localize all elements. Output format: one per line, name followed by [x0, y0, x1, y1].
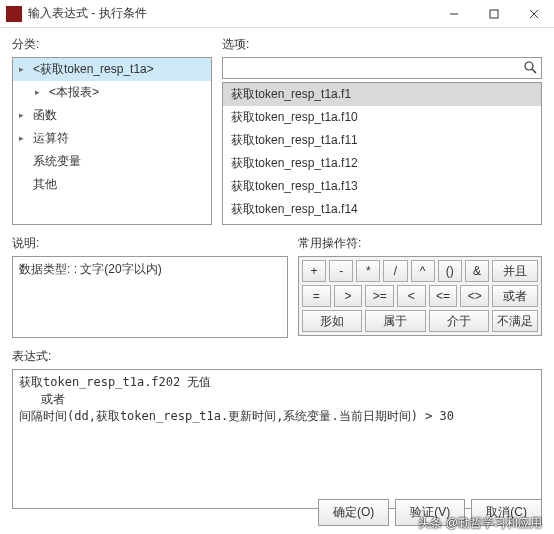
category-tree[interactable]: ▸<获取token_resp_t1a>▸<本报表>▸函数▸运算符系统变量其他 [12, 57, 212, 225]
titlebar: 输入表达式 - 执行条件 [0, 0, 554, 28]
list-item[interactable]: 获取token_resp_t1a.f12 [223, 152, 541, 175]
search-box[interactable] [222, 57, 542, 79]
tree-item-label: 系统变量 [33, 154, 81, 168]
op-button[interactable]: ^ [411, 260, 435, 282]
list-item[interactable]: 获取token_resp_t1a.f14 [223, 198, 541, 221]
list-item[interactable]: 获取token_resp_t1a.f11 [223, 129, 541, 152]
op-button[interactable]: <> [460, 285, 489, 307]
window-title: 输入表达式 - 执行条件 [28, 5, 434, 22]
close-button[interactable] [514, 0, 554, 28]
list-item[interactable]: 获取token_resp_t1a.f13 [223, 175, 541, 198]
expand-icon[interactable]: ▸ [19, 110, 24, 120]
op-button[interactable]: < [397, 285, 426, 307]
cancel-button[interactable]: 取消(C) [471, 499, 542, 526]
op-button[interactable]: 并且 [492, 260, 538, 282]
expand-icon[interactable]: ▸ [19, 133, 24, 143]
svg-rect-1 [490, 10, 498, 18]
maximize-button[interactable] [474, 0, 514, 28]
tree-item[interactable]: ▸<本报表> [13, 81, 211, 104]
expr-box[interactable]: 获取token_resp_t1a.f202 无值 或者 间隔时间(dd,获取to… [12, 369, 542, 509]
expand-icon[interactable]: ▸ [19, 64, 24, 74]
options-label: 选项: [222, 36, 542, 53]
op-button[interactable]: 属于 [365, 310, 425, 332]
op-button[interactable]: / [383, 260, 407, 282]
list-item[interactable]: 获取token_resp_t1a.f10 [223, 106, 541, 129]
verify-button[interactable]: 验证(V) [395, 499, 465, 526]
desc-label: 说明: [12, 235, 288, 252]
app-icon [6, 6, 22, 22]
op-button[interactable]: >= [365, 285, 394, 307]
op-button[interactable]: <= [429, 285, 458, 307]
svg-line-5 [532, 69, 536, 73]
op-button[interactable]: 或者 [492, 285, 538, 307]
list-item[interactable]: 获取token_resp_t1a.f1 [223, 83, 541, 106]
op-button[interactable]: * [356, 260, 380, 282]
tree-item[interactable]: ▸函数 [13, 104, 211, 127]
ops-grid: +-*/^()&并且 =>>=<<=<>或者 形如属于介于不满足 [298, 256, 542, 336]
category-label: 分类: [12, 36, 212, 53]
svg-point-4 [525, 62, 533, 70]
expand-icon[interactable]: ▸ [35, 87, 40, 97]
tree-item-label: 运算符 [33, 131, 69, 145]
op-button[interactable]: 形如 [302, 310, 362, 332]
options-list[interactable]: 获取token_resp_t1a.f1获取token_resp_t1a.f10获… [222, 82, 542, 225]
op-button[interactable]: & [465, 260, 489, 282]
tree-item[interactable]: 系统变量 [13, 150, 211, 173]
op-button[interactable]: () [438, 260, 462, 282]
tree-item-label: 其他 [33, 177, 57, 191]
search-icon[interactable] [519, 60, 541, 77]
op-button[interactable]: > [334, 285, 363, 307]
ops-label: 常用操作符: [298, 235, 542, 252]
desc-box: 数据类型: : 文字(20字以内) [12, 256, 288, 338]
ok-button[interactable]: 确定(O) [318, 499, 389, 526]
op-button[interactable]: 介于 [429, 310, 489, 332]
tree-item-label: <本报表> [49, 85, 99, 99]
tree-item[interactable]: ▸运算符 [13, 127, 211, 150]
tree-item-label: 函数 [33, 108, 57, 122]
op-button[interactable]: 不满足 [492, 310, 538, 332]
tree-item-label: <获取token_resp_t1a> [33, 62, 154, 76]
op-button[interactable]: + [302, 260, 326, 282]
search-input[interactable] [223, 61, 519, 75]
op-button[interactable]: = [302, 285, 331, 307]
expr-label: 表达式: [12, 348, 542, 365]
minimize-button[interactable] [434, 0, 474, 28]
list-item[interactable]: 获取token_resp_t1a.f15 [223, 221, 541, 225]
tree-item[interactable]: ▸<获取token_resp_t1a> [13, 58, 211, 81]
op-button[interactable]: - [329, 260, 353, 282]
tree-item[interactable]: 其他 [13, 173, 211, 196]
